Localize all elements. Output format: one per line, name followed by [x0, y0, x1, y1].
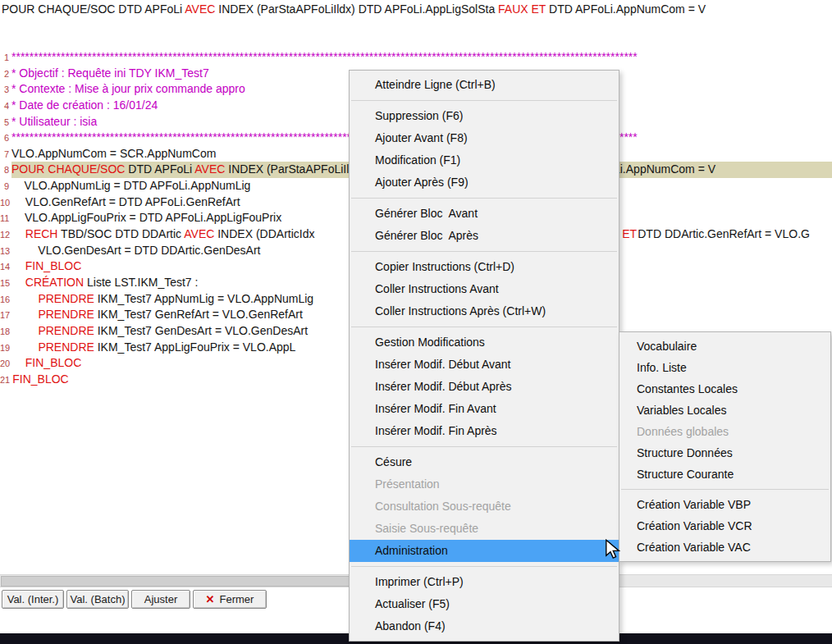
menu-item-inserer-modif-debut-avant[interactable]: Insérer Modif. Début Avant [350, 354, 619, 376]
menu-item-ajouter-avant-f8[interactable]: Ajouter Avant (F8) [350, 127, 619, 149]
menu-separator [621, 489, 829, 490]
submenu-item-structure-donnees[interactable]: Structure Données [619, 442, 830, 464]
menu-item-coller-instructions-avant[interactable]: Coller Instructions Avant [350, 278, 619, 300]
text-segment: PRENDRE [38, 324, 94, 337]
menu-item-ajouter-apres-f9[interactable]: Ajouter Après (F9) [350, 171, 619, 194]
menu-item-copier-instructions-ctrl-d[interactable]: Copier Instructions (Ctrl+D) [350, 256, 619, 278]
line-number: 4 [0, 98, 11, 114]
text-segment: IKM_Test7 AppNumLig = VLO.AppNumLig [94, 292, 313, 305]
text-segment: VLO.AppLigFouPrix = DTD APFoLi.AppLigFou… [11, 211, 281, 224]
text-segment: POUR CHAQUE/SOC [11, 162, 125, 176]
submenu-item-variables-locales[interactable]: Variables Locales [619, 400, 830, 421]
text-segment: POUR CHAQUE/SOC DTD APFoLi [2, 2, 185, 16]
line-number: 3 [0, 81, 11, 98]
text-segment: PRENDRE [38, 340, 94, 354]
menu-separator [351, 446, 617, 447]
text-segment [12, 324, 38, 337]
submenu-item-vocabulaire[interactable]: Vocabulaire [619, 336, 830, 357]
menu-item-administration[interactable]: Administration [350, 540, 619, 562]
text-segment: VLO.GenDesArt = DTD DDArtic.GenDesArt [12, 244, 260, 257]
current-instruction-preview: POUR CHAQUE/SOC DTD APFoLi AVEC INDEX (P… [2, 2, 706, 16]
text-segment: FAUX ET [498, 2, 546, 16]
text-segment [12, 356, 25, 369]
menu-item-actualiser-f5[interactable]: Actualiser (F5) [350, 593, 619, 615]
text-segment: * Contexte : Mise à jour prix commande a… [11, 82, 245, 95]
validate-batch-button[interactable]: Val. (Batch) [66, 590, 129, 609]
menu-item-inserer-modif-fin-avant[interactable]: Insérer Modif. Fin Avant [350, 398, 619, 420]
menu-item-saisie-sous-requete[interactable]: Saisie Sous-requête [350, 518, 619, 540]
text-segment: AVEC [185, 2, 215, 16]
scrollbar-thumb[interactable] [1, 576, 355, 587]
submenu-item-creation-variable-vbp[interactable]: Création Variable VBP [619, 494, 830, 515]
text-segment: AVEC [184, 227, 214, 240]
line-number: 16 [0, 291, 12, 308]
text-segment: AVEC [194, 162, 225, 176]
menu-item-presentation[interactable]: Présentation [350, 473, 619, 496]
text-segment [12, 308, 38, 321]
menu-item-consultation-sous-requete[interactable]: Consultation Sous-requête [350, 496, 619, 518]
line-number: 11 [0, 210, 11, 226]
menu-item-inserer-modif-debut-apres[interactable]: Insérer Modif. Début Après [350, 376, 619, 398]
text-segment: IKM_Test7 GenRefArt = VLO.GenRefArt [94, 308, 303, 321]
menu-item-gestion-modifications[interactable]: Gestion Modifications [350, 331, 619, 354]
validate-inter-label: Val. (Inter.) [7, 593, 59, 605]
menu-separator [351, 198, 617, 199]
submenu-item-info-liste[interactable]: Info. Liste [619, 357, 830, 378]
line-number: 8 [0, 162, 11, 178]
adjust-button[interactable]: Ajuster [131, 590, 190, 609]
menu-item-suppression-f6[interactable]: Suppression (F6) [350, 105, 619, 127]
line-number: 9 [0, 178, 11, 194]
submenu-item-donnees-globales[interactable]: Données globales [619, 421, 830, 442]
line-number: 10 [0, 194, 12, 211]
line-number: 14 [0, 258, 12, 275]
menu-separator [351, 566, 617, 567]
menu-item-coller-instructions-apres-ctrl-w[interactable]: Coller Instructions Après (Ctrl+W) [350, 300, 619, 322]
administration-submenu: VocabulaireInfo. ListeConstantes Locales… [619, 331, 831, 562]
close-label: Fermer [220, 593, 254, 605]
menu-item-inserer-modif-fin-apres[interactable]: Insérer Modif. Fin Après [350, 420, 619, 442]
submenu-item-creation-variable-vcr[interactable]: Création Variable VCR [619, 515, 830, 537]
text-segment: CRÉATION [25, 276, 84, 289]
menu-item-generer-bloc-apres[interactable]: Générer Bloc Après [350, 225, 619, 247]
close-button[interactable]: ✕Fermer [193, 590, 267, 609]
text-segment: ET [622, 226, 637, 243]
text-segment: RECH [25, 227, 58, 240]
text-segment: VLO.AppNumLig = DTD APFoLi.AppNumLig [11, 179, 250, 192]
line-number: 1 [0, 49, 11, 66]
submenu-item-constantes-locales[interactable]: Constantes Locales [619, 378, 830, 400]
code-line[interactable]: 1***************************************… [0, 49, 832, 66]
menu-item-abandon-f4[interactable]: Abandon (F4) [350, 615, 619, 637]
menu-item-cesure[interactable]: Césure [350, 451, 619, 473]
close-x-icon: ✕ [206, 593, 215, 605]
text-segment: INDEX (ParStaAPFoLiIldx) DTD APFoLi.AppL… [215, 2, 498, 16]
menu-item-generer-bloc-avant[interactable]: Générer Bloc Avant [350, 203, 619, 225]
button-bar: Val. (Inter.) Val. (Batch) Ajuster ✕Ferm… [0, 590, 345, 611]
text-segment: * Utilisateur : isia [11, 115, 97, 128]
validate-inter-button[interactable]: Val. (Inter.) [2, 590, 64, 609]
menu-item-atteindre-ligne-ctrl-b[interactable]: Atteindre Ligne (Ctrl+B) [350, 74, 619, 96]
line-number: 13 [0, 243, 12, 259]
menu-item-imprimer-ctrl-p[interactable]: Imprimer (Ctrl+P) [350, 571, 619, 593]
line-number: 19 [0, 340, 12, 356]
validate-batch-label: Val. (Batch) [71, 593, 126, 605]
text-segment [12, 340, 38, 354]
text-segment: IKM_Test7 AppLigFouPrix = VLO.AppL [94, 340, 296, 354]
submenu-item-creation-variable-vac[interactable]: Création Variable VAC [619, 537, 830, 558]
text-segment: DTD DDArtic.GenRefArt = VLO.G [638, 226, 810, 243]
line-number: 5 [0, 114, 11, 130]
text-segment: Liste LST.IKM_Test7 : [84, 276, 198, 289]
text-segment: IKM_Test7 GenDesArt = VLO.GenDesArt [94, 324, 308, 337]
context-menu: Atteindre Ligne (Ctrl+B)Suppression (F6)… [349, 70, 619, 642]
submenu-item-structure-courante[interactable]: Structure Courante [619, 464, 830, 485]
menu-item-modification-f1[interactable]: Modification (F1) [350, 149, 619, 171]
line-number: 15 [0, 275, 12, 291]
text-segment: VLO.GenRefArt = DTD APFoLi.GenRefArt [12, 195, 240, 208]
text-segment: TBD/SOC DTD DDArtic [57, 227, 184, 240]
text-segment: FIN_BLOC [25, 259, 81, 272]
menu-separator [351, 251, 617, 252]
menu-separator [351, 100, 617, 101]
line-number: 18 [0, 323, 12, 340]
mouse-cursor [605, 539, 623, 561]
text-segment [12, 227, 25, 240]
line-number: 17 [0, 307, 12, 323]
